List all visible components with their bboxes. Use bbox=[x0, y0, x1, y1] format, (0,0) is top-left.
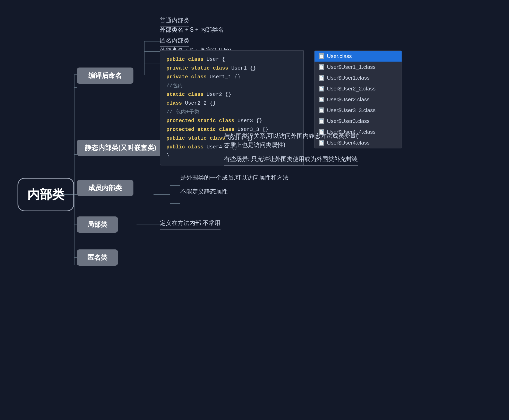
file-item-4[interactable]: 📄 User$User2.class bbox=[315, 94, 402, 105]
branch-mingming-label: 匿名类 bbox=[87, 253, 107, 262]
branch-jubu-label: 局部类 bbox=[87, 220, 107, 229]
putong-desc: 外部类名 + $ + 内部类名 bbox=[160, 25, 224, 34]
jingtai-desc2: 有些场景: 只允许让外围类使用或为外围类补充封装 bbox=[224, 155, 358, 166]
root-node: 内部类 bbox=[18, 178, 74, 211]
file-item-1[interactable]: 📄 User$User1_1.class bbox=[315, 62, 402, 72]
file-item-0[interactable]: 📄 User.class bbox=[315, 51, 402, 62]
chengyuan-desc2: 不能定义静态属性 bbox=[180, 187, 228, 198]
niming-label: 匿名内部类 bbox=[160, 36, 189, 47]
code-line-4: //包内 bbox=[166, 81, 297, 90]
code-line-1: public class User { bbox=[166, 55, 297, 64]
file-name-2: User$User1.class bbox=[327, 75, 370, 81]
branch-jingtai-label: 静态内部类(又叫嵌套类) bbox=[85, 143, 156, 152]
branch-chengyuan: 成员内部类 bbox=[77, 180, 133, 196]
file-name-6: User$User3.class bbox=[327, 118, 370, 124]
branch-jingtai: 静态内部类(又叫嵌套类) bbox=[77, 140, 164, 156]
code-line-2: private static class User1 {} bbox=[166, 64, 297, 73]
branch-chengyuan-label: 成员内部类 bbox=[88, 183, 122, 192]
file-name-0: User.class bbox=[327, 53, 352, 59]
root-label: 内部类 bbox=[27, 186, 64, 203]
file-name-3: User$User2_2.class bbox=[327, 86, 376, 92]
file-icon-0: 📄 bbox=[319, 53, 324, 59]
code-line-8: protected static class User3 {} bbox=[166, 116, 297, 125]
file-item-3[interactable]: 📄 User$User2_2.class bbox=[315, 83, 402, 94]
branch-jubu: 局部类 bbox=[77, 216, 118, 233]
code-line-5: static class User2 {} bbox=[166, 90, 297, 99]
code-line-7: // 包内+子类 bbox=[166, 108, 297, 116]
file-name-5: User$User3_3.class bbox=[327, 107, 376, 113]
file-name-1: User$User1_1.class bbox=[327, 64, 376, 70]
putong-label: 普通内部类 bbox=[160, 16, 189, 27]
code-line-6: class User2_2 {} bbox=[166, 99, 297, 108]
chengyuan-desc1: 是外围类的一个成员,可以访问属性和方法 bbox=[180, 173, 289, 184]
file-item-2[interactable]: 📄 User$User1.class bbox=[315, 72, 402, 83]
file-icon-2: 📄 bbox=[319, 75, 324, 81]
file-icon-1: 📄 bbox=[319, 64, 324, 70]
branch-bianyihouming-label: 编译后命名 bbox=[88, 71, 122, 80]
file-item-6[interactable]: 📄 User$User3.class bbox=[315, 116, 402, 127]
file-name-4: User$User2.class bbox=[327, 96, 370, 103]
code-line-3: private class User1_1 {} bbox=[166, 73, 297, 81]
branch-mingming: 匿名类 bbox=[77, 249, 118, 266]
jubu-desc: 定义在方法内部,不常用 bbox=[160, 219, 220, 230]
file-icon-3: 📄 bbox=[319, 86, 324, 91]
file-icon-5: 📄 bbox=[319, 107, 324, 113]
jingtai-desc1: 与外围类没关系,可以访问外围内静态方法成员变量( 本质上也是访问类属性) bbox=[224, 131, 358, 151]
file-icon-6: 📄 bbox=[319, 118, 324, 124]
branch-bianyihouming: 编译后命名 bbox=[77, 68, 133, 84]
file-icon-4: 📄 bbox=[319, 97, 324, 102]
file-item-5[interactable]: 📄 User$User3_3.class bbox=[315, 105, 402, 116]
